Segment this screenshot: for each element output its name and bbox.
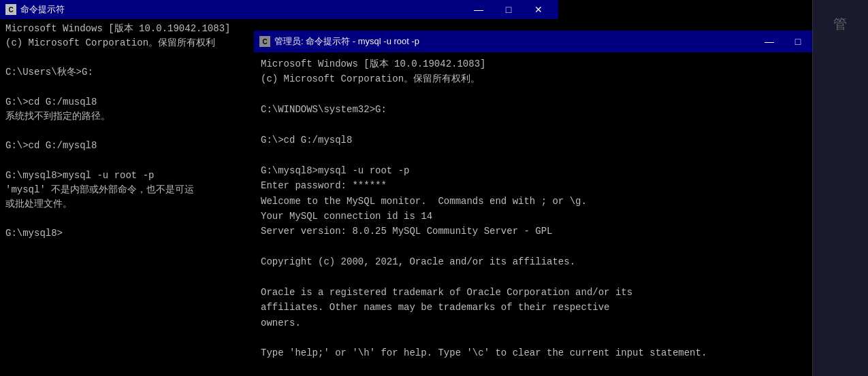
bg-window-controls[interactable]: — □ ✕ [464, 2, 553, 17]
fg-line-3 [261, 87, 839, 102]
fg-window-title: 管理员: 命令提示符 - mysql -u root -p [274, 35, 755, 48]
fg-line-10: Welcome to the MySQL monitor. Commands e… [261, 194, 839, 209]
fg-line-7 [261, 148, 839, 163]
fg-line-19 [261, 330, 839, 345]
fg-line-15 [261, 269, 839, 284]
fg-line-13 [261, 239, 839, 254]
fg-line-18: owners. [261, 315, 839, 330]
fg-line-9: Enter password: ****** [261, 178, 839, 193]
fg-line-12: Server version: 8.0.25 MySQL Community S… [261, 224, 839, 239]
fg-line-4: C:\WINDOWS\system32>G: [261, 102, 839, 117]
side-panel: 管 [812, 0, 868, 376]
fg-maximize-button[interactable]: □ [784, 34, 812, 49]
bg-minimize-button[interactable]: — [464, 2, 493, 17]
bg-close-button[interactable]: ✕ [524, 2, 553, 17]
fg-line-5 [261, 118, 839, 133]
fg-cmd-content: Microsoft Windows [版本 10.0.19042.1083] (… [254, 52, 846, 376]
bg-window-icon: C [5, 4, 16, 15]
fg-line-20: Type 'help;' or '\h' for help. Type '\c'… [261, 345, 839, 360]
bg-window-title: 命令提示符 [20, 3, 464, 16]
fg-line-14: Copyright (c) 2000, 2021, Oracle and/or … [261, 254, 839, 269]
fg-minimize-button[interactable]: — [755, 34, 784, 49]
fg-line-17: affiliates. Other names may be trademark… [261, 300, 839, 315]
fg-window-icon: C [259, 36, 270, 47]
fg-line-6: G:\>cd G:/mysql8 [261, 133, 839, 148]
fg-line-8: G:\mysql8>mysql -u root -p [261, 163, 839, 178]
bg-maximize-button[interactable]: □ [494, 2, 523, 17]
bg-title-bar: C 命令提示符 — □ ✕ [0, 0, 558, 19]
fg-line-16: Oracle is a registered trademark of Orac… [261, 285, 839, 300]
fg-title-bar: C 管理员: 命令提示符 - mysql -u root -p — □ ✕ [254, 31, 846, 52]
fg-line-1: Microsoft Windows [版本 10.0.19042.1083] [261, 56, 839, 71]
fg-line-2: (c) Microsoft Corporation。保留所有权利。 [261, 71, 839, 86]
fg-line-21 [261, 361, 839, 376]
desktop: C 命令提示符 — □ ✕ Microsoft Windows [版本 10.0… [0, 0, 868, 376]
fg-line-11: Your MySQL connection id is 14 [261, 209, 839, 224]
cmd-foreground-window[interactable]: C 管理员: 命令提示符 - mysql -u root -p — □ ✕ Mi… [254, 31, 846, 376]
